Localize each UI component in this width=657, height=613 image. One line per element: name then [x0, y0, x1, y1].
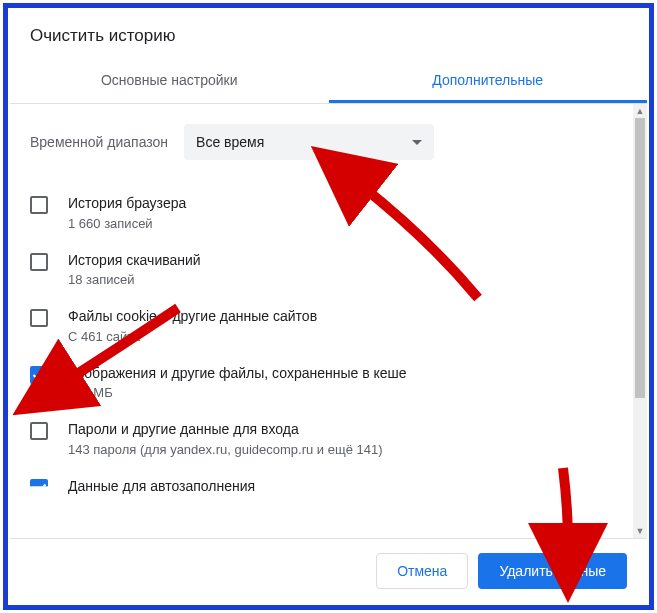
- checkbox-cached-images[interactable]: [30, 366, 48, 384]
- scroll-down-icon[interactable]: ▼: [633, 524, 647, 538]
- chevron-down-icon: [412, 140, 422, 145]
- item-sub: 143 пароля (для yandex.ru, guidecomp.ru …: [68, 442, 613, 457]
- item-title: История браузера: [68, 194, 613, 214]
- scrollbar-thumb[interactable]: [635, 118, 645, 398]
- clear-history-dialog: Очистить историю Основные настройки Допо…: [10, 10, 647, 603]
- time-range-label: Временной диапазон: [30, 134, 168, 150]
- dialog-footer: Отмена Удалить данные: [10, 538, 647, 603]
- item-title: История скачиваний: [68, 251, 613, 271]
- checkbox-download-history[interactable]: [30, 253, 48, 271]
- item-title: Файлы cookie и другие данные сайтов: [68, 307, 613, 327]
- item-title: Данные для автозаполнения: [68, 477, 613, 497]
- time-range-select[interactable]: Все время: [184, 124, 434, 160]
- item-sub: С 461 сайта: [68, 329, 613, 344]
- list-item: История скачиваний 18 записей: [30, 241, 613, 298]
- list-item: Файлы cookie и другие данные сайтов С 46…: [30, 297, 613, 354]
- dialog-title: Очистить историю: [10, 10, 647, 58]
- time-range-value: Все время: [196, 134, 264, 150]
- list-item: История браузера 1 660 записей: [30, 184, 613, 241]
- item-sub: 18 записей: [68, 272, 613, 287]
- tabs: Основные настройки Дополнительные: [10, 58, 647, 104]
- list-item: Данные для автозаполнения: [30, 467, 613, 507]
- tab-advanced[interactable]: Дополнительные: [329, 58, 648, 103]
- list-item: Изображения и другие файлы, сохраненные …: [30, 354, 613, 411]
- item-sub: 319 МБ: [68, 385, 613, 400]
- scroll-up-icon[interactable]: ▲: [633, 104, 647, 118]
- cancel-button[interactable]: Отмена: [376, 553, 468, 589]
- checkbox-cookies[interactable]: [30, 309, 48, 327]
- item-title: Изображения и другие файлы, сохраненные …: [68, 364, 613, 384]
- checkbox-passwords[interactable]: [30, 422, 48, 440]
- list-item: Пароли и другие данные для входа 143 пар…: [30, 410, 613, 467]
- tab-basic[interactable]: Основные настройки: [10, 58, 329, 103]
- clear-data-button[interactable]: Удалить данные: [478, 553, 627, 589]
- item-sub: 1 660 записей: [68, 216, 613, 231]
- item-title: Пароли и другие данные для входа: [68, 420, 613, 440]
- scrollbar[interactable]: ▲ ▼: [633, 104, 647, 538]
- checkbox-browser-history[interactable]: [30, 196, 48, 214]
- options-scroll: Временной диапазон Все время История бра…: [10, 104, 633, 538]
- checkbox-autofill[interactable]: [30, 479, 48, 497]
